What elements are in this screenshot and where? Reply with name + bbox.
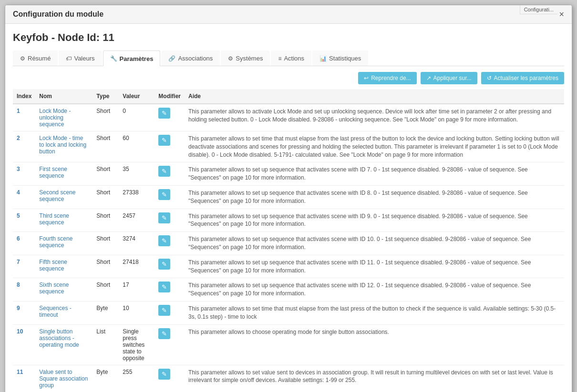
nom-link[interactable]: Second scene sequence bbox=[39, 189, 75, 202]
col-type: Type bbox=[93, 89, 119, 104]
tab-resume[interactable]: ⚙ Résumé bbox=[13, 50, 58, 66]
cell-type: Byte bbox=[93, 365, 119, 392]
cell-valeur: 60 bbox=[119, 131, 155, 162]
nom-link[interactable]: Value sent to Square association group bbox=[39, 369, 88, 389]
tab-actions[interactable]: ≡ Actions bbox=[271, 50, 311, 66]
table-row: 6 Fourth scene sequence Short 3274 ✎ Thi… bbox=[13, 232, 564, 255]
cell-aide: This parameter allows to set up sequence… bbox=[185, 185, 564, 209]
nom-link[interactable]: Fifth scene sequence bbox=[39, 259, 67, 272]
help-text: This parameter allows to set time that m… bbox=[188, 135, 559, 158]
cell-modifier: ✎ bbox=[155, 131, 185, 162]
edit-button[interactable]: ✎ bbox=[158, 259, 170, 270]
resume-icon: ⚙ bbox=[20, 55, 25, 62]
cell-valeur: 10 bbox=[119, 301, 155, 324]
nom-link[interactable]: Single button associations - operating m… bbox=[39, 328, 79, 348]
cell-modifier: ✎ bbox=[155, 365, 185, 392]
col-modifier: Modifier bbox=[155, 89, 185, 104]
nom-link[interactable]: Lock Mode - time to lock and locking but… bbox=[39, 135, 86, 155]
parameters-table: Index Nom Type Valeur Modifier Aide 1 Lo… bbox=[13, 89, 564, 392]
index-link[interactable]: 1 bbox=[17, 108, 20, 114]
cell-valeur: 3274 bbox=[119, 232, 155, 255]
tab-statistiques-label: Statistiques bbox=[329, 55, 361, 62]
edit-button[interactable]: ✎ bbox=[158, 281, 170, 292]
actualiser-button[interactable]: ↺ Actualiser les paramètres bbox=[481, 72, 564, 84]
index-link[interactable]: 5 bbox=[17, 212, 20, 219]
actualiser-icon: ↺ bbox=[487, 75, 492, 81]
cell-index: 11 bbox=[13, 365, 35, 392]
help-text: This parameter allows to set up sequence… bbox=[188, 213, 528, 228]
index-link[interactable]: 8 bbox=[17, 281, 20, 288]
help-text: This parameter allows to set value sent … bbox=[188, 369, 553, 384]
index-link[interactable]: 6 bbox=[17, 235, 20, 242]
cell-modifier: ✎ bbox=[155, 209, 185, 232]
cell-nom: Lock Mode - unlocking sequence bbox=[35, 104, 93, 131]
edit-button[interactable]: ✎ bbox=[158, 212, 170, 223]
cell-type: Short bbox=[93, 255, 119, 278]
cell-type: Byte bbox=[93, 301, 119, 324]
index-link[interactable]: 10 bbox=[17, 328, 23, 335]
appliquer-button[interactable]: ↗ Appliquer sur... bbox=[421, 72, 477, 84]
edit-button[interactable]: ✎ bbox=[158, 305, 170, 316]
tab-associations-label: Associations bbox=[178, 55, 213, 62]
edit-button[interactable]: ✎ bbox=[158, 108, 170, 119]
edit-button[interactable]: ✎ bbox=[158, 135, 170, 146]
tab-systemes[interactable]: ⚙ Systèmes bbox=[221, 50, 270, 66]
cell-aide: This parameter allows to set up sequence… bbox=[185, 278, 564, 302]
index-link[interactable]: 9 bbox=[17, 305, 20, 312]
help-text: This parameter allows to set up sequence… bbox=[188, 166, 528, 181]
tab-statistiques[interactable]: 📊 Statistiques bbox=[312, 50, 368, 66]
nom-link[interactable]: First scene sequence bbox=[39, 166, 67, 179]
edit-button[interactable]: ✎ bbox=[158, 189, 170, 200]
cell-valeur: 27418 bbox=[119, 255, 155, 278]
tab-associations[interactable]: 🔗 Associations bbox=[161, 50, 220, 66]
cell-aide: This parameter allows to activate Lock M… bbox=[185, 104, 564, 131]
cell-modifier: ✎ bbox=[155, 324, 185, 365]
table-row: 3 First scene sequence Short 35 ✎ This p… bbox=[13, 162, 564, 186]
modal-body: Keyfob - Node Id: 11 ⚙ Résumé 🏷 Valeurs … bbox=[5, 24, 572, 392]
tab-parametres[interactable]: 🔧 Paramètres bbox=[103, 50, 161, 66]
nom-link[interactable]: Fourth scene sequence bbox=[39, 235, 72, 249]
cell-type: Short bbox=[93, 185, 119, 209]
index-link[interactable]: 11 bbox=[17, 369, 23, 375]
close-button[interactable]: × bbox=[559, 10, 564, 19]
index-link[interactable]: 7 bbox=[17, 259, 20, 265]
nom-link[interactable]: Lock Mode - unlocking sequence bbox=[39, 108, 71, 128]
reprendre-button[interactable]: ↩ Reprendre de... bbox=[358, 72, 416, 84]
nom-link[interactable]: Sequences - timeout bbox=[39, 305, 71, 318]
help-text: This parameter allows to set up sequence… bbox=[188, 259, 531, 274]
cell-index: 7 bbox=[13, 255, 35, 278]
col-valeur: Valeur bbox=[119, 89, 155, 104]
tab-valeurs[interactable]: 🏷 Valeurs bbox=[59, 50, 102, 66]
index-link[interactable]: 2 bbox=[17, 135, 20, 141]
cell-nom: Lock Mode - time to lock and locking but… bbox=[35, 131, 93, 162]
edit-button[interactable]: ✎ bbox=[158, 369, 170, 380]
toolbar: ↩ Reprendre de... ↗ Appliquer sur... ↺ A… bbox=[13, 72, 564, 84]
table-header-row: Index Nom Type Valeur Modifier Aide bbox=[13, 89, 564, 104]
nom-link[interactable]: Third scene sequence bbox=[39, 212, 69, 226]
cell-type: Short bbox=[93, 209, 119, 232]
cell-modifier: ✎ bbox=[155, 301, 185, 324]
help-text: This parameter allows to set up sequence… bbox=[188, 236, 531, 251]
cell-aide: This parameter allows to set up sequence… bbox=[185, 162, 564, 186]
tabs-container: ⚙ Résumé 🏷 Valeurs 🔧 Paramètres 🔗 Associ… bbox=[13, 50, 564, 66]
edit-button[interactable]: ✎ bbox=[158, 166, 170, 177]
cell-index: 4 bbox=[13, 185, 35, 209]
cell-valeur: 2457 bbox=[119, 209, 155, 232]
index-link[interactable]: 4 bbox=[17, 189, 20, 196]
nom-link[interactable]: Sixth scene sequence bbox=[39, 281, 69, 295]
tab-resume-label: Résumé bbox=[28, 55, 51, 62]
cell-aide: This parameter allows to set value sent … bbox=[185, 365, 564, 392]
table-row: 5 Third scene sequence Short 2457 ✎ This… bbox=[13, 209, 564, 232]
edit-button[interactable]: ✎ bbox=[158, 328, 170, 339]
index-link[interactable]: 3 bbox=[17, 166, 20, 172]
edit-button[interactable]: ✎ bbox=[158, 235, 170, 246]
modal-header: Configuration du module × bbox=[5, 5, 572, 24]
table-row: 8 Sixth scene sequence Short 17 ✎ This p… bbox=[13, 278, 564, 302]
cell-type: Short bbox=[93, 278, 119, 302]
table-row: 10 Single button associations - operatin… bbox=[13, 324, 564, 365]
cell-modifier: ✎ bbox=[155, 185, 185, 209]
tab-systemes-label: Systèmes bbox=[236, 55, 263, 62]
cell-nom: Sixth scene sequence bbox=[35, 278, 93, 302]
col-aide: Aide bbox=[185, 89, 564, 104]
cell-nom: Value sent to Square association group bbox=[35, 365, 93, 392]
